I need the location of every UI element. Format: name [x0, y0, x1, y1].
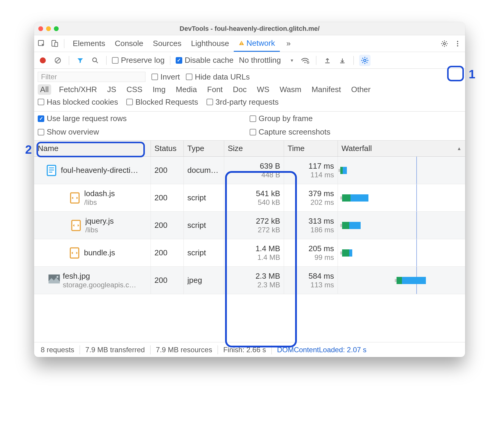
zoom-window-button[interactable]: [54, 26, 59, 31]
throttling-select[interactable]: No throttling ▼: [237, 55, 296, 65]
table-row[interactable]: fesh.jpgstorage.googleapis.c…200jpeg2.3 …: [34, 267, 465, 294]
table-row[interactable]: jquery.js/libs200script272 kB272 kB313 m…: [34, 212, 465, 239]
callout-1: 1: [469, 68, 475, 81]
export-har-icon[interactable]: [337, 55, 348, 66]
inspect-element-icon[interactable]: [36, 38, 47, 49]
doc-file-icon: [46, 164, 57, 176]
img-file-icon: [48, 274, 59, 286]
request-name: fesh.jpg: [63, 271, 136, 281]
network-conditions-icon[interactable]: [299, 55, 311, 66]
svg-rect-4: [242, 44, 242, 45]
minimize-window-button[interactable]: [46, 26, 51, 31]
tab-elements[interactable]: Elements: [68, 35, 110, 52]
tab-lighthouse[interactable]: Lighthouse: [186, 35, 234, 52]
status-transferred: 7.9 MB transferred: [80, 345, 151, 354]
hide-data-urls-checkbox[interactable]: Hide data URLs: [186, 72, 250, 82]
col-type[interactable]: Type: [184, 141, 224, 156]
filter-input[interactable]: Filter: [38, 72, 145, 82]
clear-button[interactable]: [52, 55, 63, 66]
group-by-frame-checkbox[interactable]: Group by frame: [250, 114, 462, 123]
waterfall-cell: [338, 212, 465, 239]
js-file-icon: [70, 192, 80, 204]
tab-network[interactable]: Network: [234, 35, 280, 52]
svg-point-14: [304, 62, 306, 63]
filter-chip-js[interactable]: JS: [105, 84, 119, 95]
filter-chip-wasm[interactable]: Wasm: [277, 84, 304, 95]
waterfall-cell: [338, 239, 465, 266]
waterfall-cell: [338, 157, 465, 184]
request-name: bundle.js: [84, 248, 115, 257]
filter-chip-manifest[interactable]: Manifest: [309, 84, 343, 95]
filter-chip-media[interactable]: Media: [173, 84, 199, 95]
svg-point-12: [93, 58, 97, 62]
col-size[interactable]: Size: [224, 141, 284, 156]
filter-toggle-icon[interactable]: [75, 55, 86, 66]
request-name: lodash.js: [84, 189, 115, 198]
tab-sources[interactable]: Sources: [148, 35, 186, 52]
table-header: Name Status Type Size Time Waterfall▲: [34, 141, 465, 157]
filter-section: Filter Invert Hide data URLs AllFetch/XH…: [34, 69, 465, 112]
status-requests: 8 requests: [35, 345, 80, 354]
panel-tabs: ElementsConsoleSourcesLighthouseNetwork …: [34, 35, 465, 52]
search-icon[interactable]: [89, 55, 101, 66]
svg-rect-2: [55, 42, 58, 46]
capture-screenshots-checkbox[interactable]: Capture screenshots: [250, 127, 462, 137]
status-bar: 8 requests 7.9 MB transferred 7.9 MB res…: [34, 342, 465, 357]
filter-chip-other[interactable]: Other: [349, 84, 373, 95]
requests-table: Name Status Type Size Time Waterfall▲ fo…: [34, 141, 465, 342]
window-title: DevTools - foul-heavenly-direction.glitc…: [34, 25, 465, 33]
invert-checkbox[interactable]: Invert: [151, 72, 180, 82]
settings-gear-icon[interactable]: [439, 38, 450, 49]
col-status[interactable]: Status: [151, 141, 184, 156]
large-rows-checkbox[interactable]: Use large request rows: [38, 114, 250, 123]
js-file-icon: [69, 247, 80, 259]
filter-chip-img[interactable]: Img: [150, 84, 168, 95]
filter-chip-all[interactable]: All: [38, 84, 51, 95]
record-button[interactable]: [37, 55, 48, 66]
network-toolbar: Preserve log Disable cache No throttling…: [34, 52, 465, 69]
devtools-window: DevTools - foul-heavenly-direction.glitc…: [34, 22, 465, 357]
filter-chip-doc[interactable]: Doc: [230, 84, 249, 95]
callout-2: 2: [25, 143, 32, 156]
tab-console[interactable]: Console: [110, 35, 148, 52]
blocked-requests-checkbox[interactable]: Blocked Requests: [126, 97, 198, 107]
js-file-icon: [71, 219, 81, 231]
svg-rect-3: [242, 42, 242, 44]
chevron-down-icon: ▼: [290, 58, 294, 63]
titlebar: DevTools - foul-heavenly-direction.glitc…: [34, 22, 465, 35]
preserve-log-checkbox[interactable]: Preserve log: [112, 56, 165, 65]
request-path: storage.googleapis.c…: [63, 281, 136, 289]
svg-point-18: [364, 59, 366, 62]
import-har-icon[interactable]: [322, 55, 333, 66]
svg-line-13: [96, 61, 98, 63]
third-party-checkbox[interactable]: 3rd-party requests: [207, 97, 279, 107]
close-window-button[interactable]: [38, 26, 43, 31]
tab-more[interactable]: »: [282, 35, 295, 52]
svg-point-6: [457, 41, 458, 42]
request-path: /libs: [84, 198, 115, 207]
kebab-menu-icon[interactable]: [452, 38, 463, 49]
svg-line-11: [56, 59, 60, 62]
waterfall-cell: [338, 267, 465, 294]
col-time[interactable]: Time: [284, 141, 338, 156]
svg-point-27: [57, 276, 58, 278]
blocked-cookies-checkbox[interactable]: Has blocked cookies: [38, 97, 118, 107]
col-waterfall[interactable]: Waterfall▲: [338, 141, 465, 156]
filter-chip-fetchxhr[interactable]: Fetch/XHR: [57, 84, 99, 95]
show-overview-checkbox[interactable]: Show overview: [38, 127, 250, 137]
status-finish: Finish: 2.66 s: [218, 345, 272, 354]
filter-chip-css[interactable]: CSS: [124, 84, 145, 95]
col-name[interactable]: Name: [34, 141, 151, 156]
sort-asc-icon: ▲: [457, 146, 462, 151]
table-row[interactable]: lodash.js/libs200script541 kB540 kB379 m…: [34, 184, 465, 212]
filter-chip-ws[interactable]: WS: [254, 84, 272, 95]
svg-point-5: [444, 42, 446, 45]
filter-chip-font[interactable]: Font: [205, 84, 225, 95]
status-resources: 7.9 MB resources: [151, 345, 218, 354]
table-row[interactable]: bundle.js200script1.4 MB1.4 MB205 ms99 m…: [34, 239, 465, 267]
table-row[interactable]: foul-heavenly-directi…200docum…639 B448 …: [34, 157, 465, 184]
device-toolbar-icon[interactable]: [49, 38, 60, 49]
status-dcl: DOMContentLoaded: 2.07 s: [272, 345, 372, 354]
disable-cache-checkbox[interactable]: Disable cache: [176, 56, 233, 65]
network-settings-gear-icon[interactable]: [359, 55, 371, 66]
